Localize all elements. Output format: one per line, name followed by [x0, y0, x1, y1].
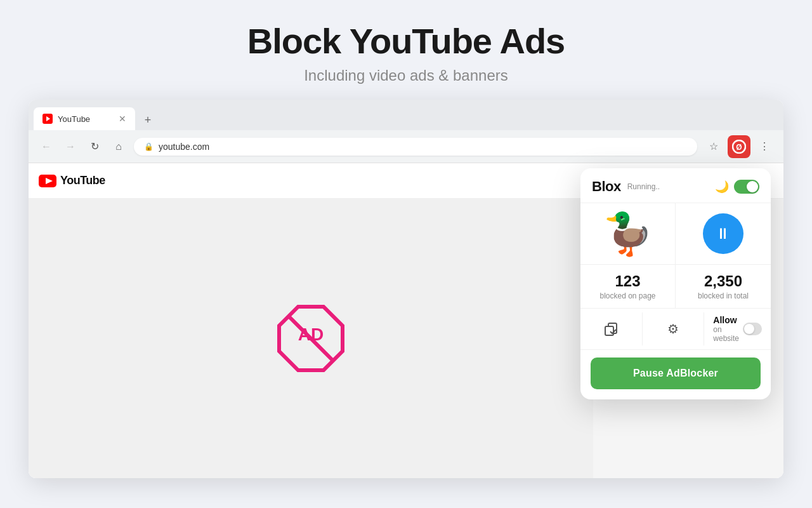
reload-button[interactable]: ↻ [86, 138, 103, 156]
youtube-logo-icon [39, 175, 56, 187]
settings-action-button[interactable]: ⚙ [643, 312, 705, 345]
allow-toggle-knob [744, 324, 754, 334]
moon-icon[interactable]: 🌙 [715, 180, 729, 194]
popup-header-right: 🌙 [715, 180, 759, 194]
toggle-knob [747, 181, 758, 192]
bookmark-button[interactable]: ☆ [704, 137, 724, 157]
allow-text-group: Allow on website [713, 315, 743, 343]
copy-action-button[interactable] [580, 312, 643, 345]
blocked-total-label: blocked in total [686, 291, 761, 300]
blocked-page-stat: 123 blocked on page [580, 265, 676, 308]
home-button[interactable]: ⌂ [110, 138, 128, 156]
extension-button[interactable]: Ø [728, 135, 750, 158]
popup-footer: Pause AdBlocker [580, 350, 771, 399]
blocked-page-number: 123 [591, 272, 665, 290]
page-subtitle: Including video ads & banners [247, 67, 565, 84]
ad-block-icon-main: AD [276, 304, 346, 373]
popup-main-cards: 🦆 ⏸ [580, 203, 771, 265]
pause-card: ⏸ [676, 203, 771, 264]
allow-label: Allow [713, 315, 743, 325]
tab-bar: YouTube ✕ + [29, 100, 783, 130]
blocked-total-stat: 2,350 blocked in total [676, 265, 771, 308]
settings-icon: ⚙ [667, 321, 679, 337]
page-header: Block YouTube Ads Including video ads & … [247, 0, 565, 100]
forward-button[interactable]: → [62, 138, 79, 156]
pause-button[interactable]: ⏸ [703, 213, 743, 254]
youtube-logo-text: YouTube [60, 174, 105, 187]
youtube-logo: YouTube [39, 174, 105, 187]
svg-line-8 [289, 316, 333, 361]
new-tab-button[interactable]: + [138, 110, 158, 130]
brand-status: Running.. [627, 182, 660, 191]
active-tab[interactable]: YouTube ✕ [34, 107, 135, 130]
popup-actions: ⚙ Allow on website [580, 309, 771, 350]
copy-icon [603, 321, 619, 337]
extension-popup: Blox Running.. 🌙 🦆 ⏸ [580, 168, 771, 399]
popup-stats: 123 blocked on page 2,350 blocked in tot… [580, 265, 771, 309]
allow-sublabel: on website [713, 325, 743, 343]
pause-adblocker-button[interactable]: Pause AdBlocker [591, 358, 761, 389]
allow-toggle[interactable] [743, 323, 762, 335]
blocked-page-label: blocked on page [591, 291, 665, 300]
address-bar: ← → ↻ ⌂ 🔒 youtube.com ☆ Ø ⋮ [29, 130, 783, 163]
main-video-area: AD [29, 199, 593, 478]
duck-card: 🦆 [580, 203, 676, 264]
url-text: youtube.com [159, 142, 209, 152]
tab-label: YouTube [58, 114, 114, 124]
pause-icon: ⏸ [716, 225, 731, 243]
page-content: YouTube AD [29, 163, 783, 478]
address-actions: ☆ Ø ⋮ [704, 135, 775, 158]
browser-window: YouTube ✕ + ← → ↻ ⌂ 🔒 youtube.com ☆ Ø [29, 100, 783, 478]
back-button[interactable]: ← [37, 138, 55, 156]
url-bar[interactable]: 🔒 youtube.com [134, 138, 697, 156]
tab-favicon [43, 114, 53, 124]
popup-brand: Blox Running.. [592, 178, 660, 195]
page-title: Block YouTube Ads [247, 20, 565, 62]
svg-text:Ø: Ø [736, 142, 742, 151]
menu-button[interactable]: ⋮ [754, 137, 775, 157]
blocked-total-number: 2,350 [686, 272, 761, 290]
duck-icon: 🦆 [603, 213, 653, 254]
lock-icon: 🔒 [144, 142, 154, 151]
main-toggle[interactable] [734, 180, 759, 194]
popup-header: Blox Running.. 🌙 [580, 168, 771, 203]
brand-name: Blox [592, 178, 621, 195]
tab-close-button[interactable]: ✕ [119, 114, 126, 123]
allow-section: Allow on website [704, 309, 771, 349]
